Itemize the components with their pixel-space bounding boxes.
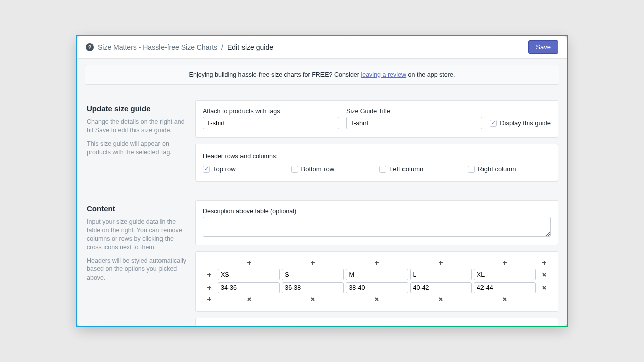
- add-row-button[interactable]: [203, 270, 216, 279]
- right-column-checkbox[interactable]: Right column: [468, 165, 551, 173]
- bottom-row-checkbox[interactable]: Bottom row: [291, 165, 375, 173]
- remove-column-button[interactable]: [346, 295, 408, 303]
- content-p2: Headers will be styled automatically bas…: [87, 257, 186, 283]
- table-cell[interactable]: [346, 269, 408, 280]
- app-viewport: ? Size Matters - Hassle-free Size Charts…: [77, 36, 567, 326]
- display-guide-checkbox[interactable]: Display this guide: [490, 119, 551, 127]
- update-heading: Update size guide: [87, 104, 186, 113]
- table-cell[interactable]: [346, 282, 408, 293]
- table-cell[interactable]: [282, 282, 344, 293]
- content-section-aside: Content Input your size guide data in th…: [77, 191, 195, 326]
- review-banner: Enjoying building hassle-free size chart…: [85, 65, 559, 85]
- checkbox-icon: [203, 166, 210, 173]
- breadcrumb-separator: /: [221, 43, 223, 51]
- bottom-row-label: Bottom row: [301, 165, 335, 173]
- update-section-aside: Update size guide Change the details on …: [77, 91, 195, 191]
- tags-label: Attach to products with tags: [203, 108, 339, 115]
- checkbox-icon: [490, 120, 497, 127]
- update-p1: Change the details on the right and hit …: [87, 118, 186, 135]
- remove-column-button[interactable]: [410, 295, 472, 303]
- banner-post: on the app store.: [406, 71, 455, 78]
- banner-pre: Enjoying building hassle-free size chart…: [189, 71, 361, 78]
- breadcrumb-current: Edit size guide: [227, 43, 273, 51]
- content-section: Content Input your size guide data in th…: [77, 191, 567, 326]
- app-frame: ? Size Matters - Hassle-free Size Charts…: [76, 35, 568, 327]
- add-column-button[interactable]: [282, 259, 344, 267]
- update-p2: This size guide will appear on products …: [87, 140, 186, 157]
- display-guide-label: Display this guide: [500, 119, 551, 127]
- table-cell[interactable]: [218, 269, 280, 280]
- table-cell[interactable]: [282, 269, 344, 280]
- desc-above-card: Description above table (optional): [195, 200, 558, 245]
- header-rows-card: Header rows and columns: Top row Bottom …: [195, 144, 558, 182]
- table-cell[interactable]: [218, 282, 280, 293]
- title-input[interactable]: [346, 117, 482, 129]
- add-column-button[interactable]: [474, 259, 536, 267]
- breadcrumb-app[interactable]: Size Matters - Hassle-free Size Charts: [98, 43, 217, 51]
- left-column-checkbox[interactable]: Left column: [379, 165, 463, 173]
- desc-below-label: Description below table (optional): [203, 325, 551, 326]
- add-column-button[interactable]: [346, 259, 408, 267]
- right-column-label: Right column: [478, 165, 516, 173]
- tags-card: Attach to products with tags Size Guide …: [195, 100, 558, 138]
- content-p1: Input your size guide data in the table …: [87, 218, 186, 252]
- help-icon[interactable]: ?: [86, 43, 94, 51]
- update-section-body: Attach to products with tags Size Guide …: [195, 91, 567, 191]
- checkbox-icon: [291, 166, 298, 173]
- add-column-button[interactable]: [538, 259, 551, 267]
- desc-above-label: Description above table (optional): [203, 208, 551, 215]
- remove-column-button[interactable]: [282, 295, 344, 303]
- table-cell[interactable]: [410, 269, 472, 280]
- leave-review-link[interactable]: leaving a review: [361, 71, 406, 78]
- update-section: Update size guide Change the details on …: [77, 91, 567, 191]
- content-section-body: Description above table (optional): [195, 191, 567, 326]
- title-label: Size Guide Title: [346, 108, 482, 115]
- content-heading: Content: [87, 204, 186, 213]
- save-button[interactable]: Save: [528, 40, 558, 54]
- table-editor-card: [195, 251, 558, 312]
- table-editor: [203, 259, 551, 303]
- add-column-button[interactable]: [218, 259, 280, 267]
- remove-row-button[interactable]: [538, 270, 551, 279]
- table-cell[interactable]: [474, 269, 536, 280]
- topbar: ? Size Matters - Hassle-free Size Charts…: [77, 36, 567, 59]
- add-row-button[interactable]: [203, 284, 216, 292]
- top-row-checkbox[interactable]: Top row: [203, 165, 286, 173]
- desc-below-card: Description below table (optional): [195, 318, 558, 326]
- remove-column-button[interactable]: [474, 295, 536, 303]
- table-cell[interactable]: [410, 282, 472, 293]
- left-column-label: Left column: [389, 165, 423, 173]
- desc-above-textarea[interactable]: [203, 217, 551, 237]
- table-cell[interactable]: [474, 282, 536, 293]
- checkbox-icon: [379, 166, 386, 173]
- add-row-button[interactable]: [203, 295, 216, 303]
- checkbox-icon: [468, 166, 475, 173]
- tags-input[interactable]: [203, 117, 339, 129]
- add-column-button[interactable]: [410, 259, 472, 267]
- top-row-label: Top row: [213, 165, 236, 173]
- remove-column-button[interactable]: [218, 295, 280, 303]
- remove-row-button[interactable]: [538, 284, 551, 292]
- header-rows-label: Header rows and columns:: [203, 153, 278, 160]
